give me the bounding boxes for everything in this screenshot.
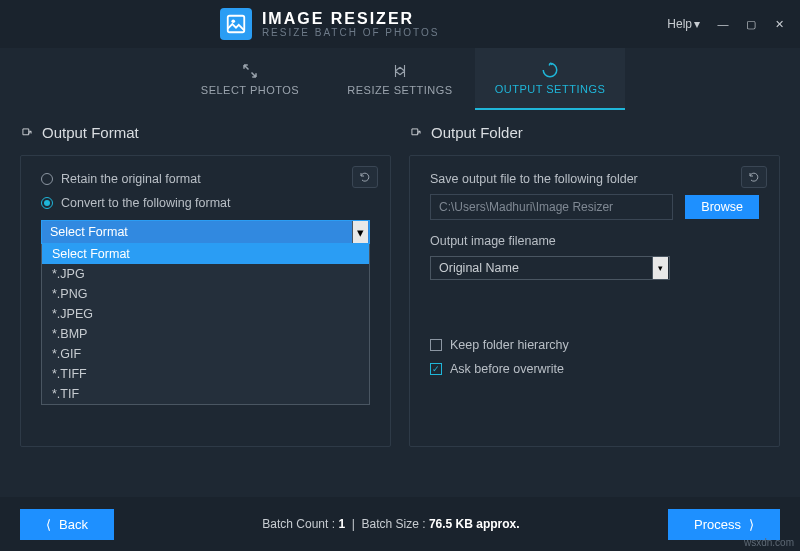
minimize-button[interactable]: —	[710, 14, 736, 34]
tab-resize-settings[interactable]: RESIZE SETTINGS	[325, 48, 475, 110]
export-icon	[20, 126, 34, 140]
browse-button[interactable]: Browse	[685, 195, 759, 219]
chevron-down-icon: ▾	[652, 257, 668, 279]
status-count-value: 1	[338, 517, 345, 531]
format-option[interactable]: Select Format	[42, 244, 369, 264]
tab-select-photos[interactable]: SELECT PHOTOS	[175, 48, 325, 110]
help-menu[interactable]: Help ▾	[659, 13, 708, 35]
help-label: Help	[667, 17, 692, 31]
output-format-panel: Output Format Retain the original format…	[20, 124, 391, 447]
reset-format-button[interactable]	[352, 166, 378, 188]
radio-label: Convert to the following format	[61, 196, 231, 210]
close-button[interactable]: ✕	[766, 14, 792, 34]
format-option[interactable]: *.PNG	[42, 284, 369, 304]
keep-hierarchy-checkbox[interactable]: Keep folder hierarchy	[430, 338, 759, 352]
filename-select[interactable]: Original Name ▾	[430, 256, 670, 280]
tab-bar: SELECT PHOTOS RESIZE SETTINGS OUTPUT SET…	[0, 48, 800, 110]
checkbox-label: Keep folder hierarchy	[450, 338, 569, 352]
titlebar: IMAGE RESIZER RESIZE BATCH OF PHOTOS Hel…	[0, 0, 800, 48]
panel-title: Output Format	[42, 124, 139, 141]
save-folder-label: Save output file to the following folder	[430, 172, 759, 186]
resize-icon	[391, 62, 409, 80]
chevron-right-icon: ⟩	[749, 517, 754, 532]
output-icon	[541, 61, 559, 79]
checkbox-label: Ask before overwrite	[450, 362, 564, 376]
app-subtitle: RESIZE BATCH OF PHOTOS	[262, 27, 440, 38]
main-content: Output Format Retain the original format…	[0, 110, 800, 447]
undo-icon	[359, 171, 371, 183]
filename-label: Output image filename	[430, 234, 759, 248]
format-option[interactable]: *.JPG	[42, 264, 369, 284]
expand-icon	[241, 62, 259, 80]
output-folder-panel: Output Folder Save output file to the fo…	[409, 124, 780, 447]
format-option[interactable]: *.TIF	[42, 384, 369, 404]
filename-value: Original Name	[439, 261, 519, 275]
ask-overwrite-checkbox[interactable]: ✓ Ask before overwrite	[430, 362, 759, 376]
svg-point-1	[231, 19, 235, 23]
status-size-value: 76.5 KB approx.	[429, 517, 520, 531]
chevron-left-icon: ⟨	[46, 517, 51, 532]
chevron-down-icon: ▾	[694, 17, 700, 31]
format-option[interactable]: *.BMP	[42, 324, 369, 344]
format-select[interactable]: Select Format ▾	[41, 220, 370, 244]
status-size-label: Batch Size :	[362, 517, 426, 531]
process-button[interactable]: Process ⟩	[668, 509, 780, 540]
folder-export-icon	[409, 126, 423, 140]
titlebar-center: IMAGE RESIZER RESIZE BATCH OF PHOTOS	[0, 8, 659, 40]
chevron-down-icon: ▾	[352, 221, 368, 243]
checkbox-icon	[430, 339, 442, 351]
output-format-card: Retain the original format Convert to th…	[20, 155, 391, 447]
app-logo-icon	[220, 8, 252, 40]
status-count-label: Batch Count :	[262, 517, 335, 531]
back-button[interactable]: ⟨ Back	[20, 509, 114, 540]
output-path-input[interactable]	[430, 194, 673, 220]
footer-bar: ⟨ Back Batch Count : 1 | Batch Size : 76…	[0, 497, 800, 551]
status-separator: |	[352, 517, 355, 531]
panel-title: Output Folder	[431, 124, 523, 141]
svg-rect-0	[228, 16, 245, 33]
radio-retain-original[interactable]: Retain the original format	[41, 172, 370, 186]
format-option[interactable]: *.JPEG	[42, 304, 369, 324]
undo-icon	[748, 171, 760, 183]
radio-icon	[41, 197, 53, 209]
format-option[interactable]: *.GIF	[42, 344, 369, 364]
app-title: IMAGE RESIZER	[262, 10, 440, 28]
output-folder-card: Save output file to the following folder…	[409, 155, 780, 447]
radio-label: Retain the original format	[61, 172, 201, 186]
tab-label: OUTPUT SETTINGS	[495, 83, 606, 95]
tab-output-settings[interactable]: OUTPUT SETTINGS	[475, 48, 625, 110]
tab-label: RESIZE SETTINGS	[347, 84, 452, 96]
maximize-button[interactable]: ▢	[738, 14, 764, 34]
reset-folder-button[interactable]	[741, 166, 767, 188]
radio-convert-format[interactable]: Convert to the following format	[41, 196, 370, 210]
watermark: wsxdn.com	[744, 537, 794, 548]
select-value: Select Format	[50, 225, 128, 239]
format-dropdown: Select Format *.JPG *.PNG *.JPEG *.BMP *…	[41, 244, 370, 405]
format-option[interactable]: *.TIFF	[42, 364, 369, 384]
tab-label: SELECT PHOTOS	[201, 84, 299, 96]
batch-status: Batch Count : 1 | Batch Size : 76.5 KB a…	[262, 517, 519, 531]
radio-icon	[41, 173, 53, 185]
checkbox-icon: ✓	[430, 363, 442, 375]
process-label: Process	[694, 517, 741, 532]
back-label: Back	[59, 517, 88, 532]
